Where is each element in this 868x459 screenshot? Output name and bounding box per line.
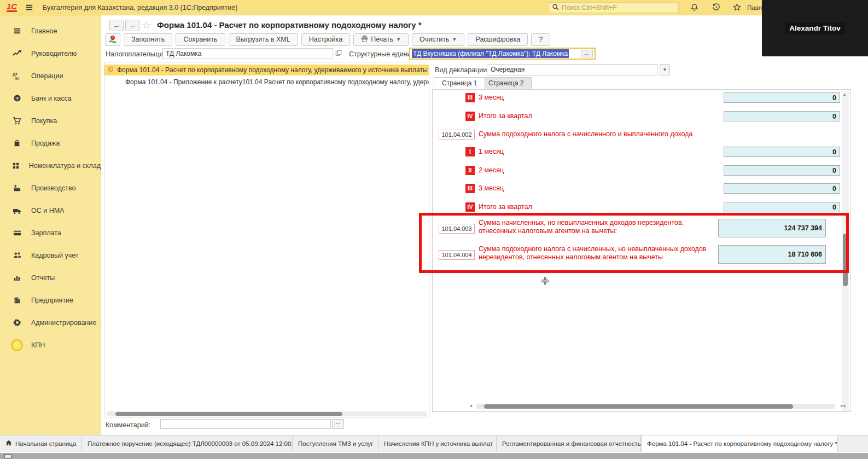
taskbar-tab-label: Начисления КПН у источника выплат <box>384 440 493 447</box>
amount-field[interactable]: 0 <box>724 92 840 103</box>
toolbar-button-label: Настройка <box>309 36 343 43</box>
comment-more-button[interactable]: ... <box>332 419 344 429</box>
taskbar-tab-3[interactable]: Начисления КПН у источника выплат× <box>378 435 497 452</box>
amount-field[interactable]: 0 <box>724 111 840 121</box>
tree-row-0[interactable]: Форма 101.04 - Расчет по корпоративному … <box>104 65 429 75</box>
sidebar-item-label: Администрирование <box>31 319 96 327</box>
toolbar-button-label: ? <box>539 36 543 43</box>
scroll-down-icon[interactable]: ▾ <box>843 404 846 409</box>
amount-field[interactable]: 0 <box>724 147 840 157</box>
menu-icon <box>11 27 23 35</box>
declaration-dropdown-icon[interactable]: ▼ <box>660 64 670 75</box>
sidebar-item-label: Продажа <box>31 140 60 147</box>
amount-field[interactable]: 0 <box>724 165 840 176</box>
sidebar-item-label: Отчеты <box>31 274 55 282</box>
taskbar-tab-label: Форма 101.04 - Расчет по корпоративному … <box>647 440 837 447</box>
nav-forward-button[interactable]: → <box>125 20 139 31</box>
toolbar-button-0[interactable]: Заполнить <box>124 33 172 46</box>
line-code-box: 101.04.002 <box>439 130 475 140</box>
taskbar-tab-label: Платежное поручение (исходящее) ТДЛ00000… <box>88 440 293 447</box>
sidebar-item-label: ОС и НМА <box>31 207 64 214</box>
toolbar-button-2[interactable]: Выгрузить в XML <box>229 33 298 46</box>
sidebar-item-10[interactable]: Кадровый учет <box>0 244 101 266</box>
comment-input[interactable] <box>160 419 331 429</box>
sidebar-item-5[interactable]: Продажа <box>0 132 101 154</box>
favorite-star-icon[interactable]: ☆ <box>142 20 150 31</box>
sidebar-item-11[interactable]: Отчеты <box>0 266 101 289</box>
sidebar-item-0[interactable]: Главное <box>0 20 101 42</box>
scroll-up-icon[interactable]: ▴ <box>843 92 846 97</box>
tree-row-1[interactable]: Форма 101.04 - Приложение к расчету101.0… <box>104 77 429 88</box>
move-cursor-icon <box>540 276 550 287</box>
monitor-icon <box>4 454 11 458</box>
sidebar-item-8[interactable]: ОС и НМА <box>0 199 101 222</box>
sidebar-item-3[interactable]: Банк и касса <box>0 87 101 109</box>
toolbar-button-6[interactable]: Расшифровка <box>468 33 528 46</box>
taskbar-tab-0[interactable]: Начальная страница <box>0 435 82 452</box>
sidebar-item-14[interactable]: КПН <box>0 334 101 356</box>
page-tab-1[interactable]: Страница 1 <box>434 77 485 89</box>
scroll-left-icon[interactable]: ◂ <box>470 403 472 408</box>
structural-units-value: ТД Вкусняшка (филиал "ТД Лакомка"); ТД Л… <box>412 49 569 58</box>
tree-node-icon <box>108 66 114 74</box>
open-list-icon[interactable] <box>335 50 342 58</box>
global-search-input[interactable]: Поиск Ctrl+Shift+F <box>549 2 679 13</box>
1c-logo: 1С <box>7 2 17 12</box>
main-menu-icon[interactable] <box>25 3 33 13</box>
history-icon[interactable] <box>712 3 720 13</box>
declaration-type-select[interactable]: Очередная <box>487 64 657 75</box>
toolbar-button-1[interactable]: Сохранить <box>176 33 225 46</box>
pane-scroll-thumb[interactable] <box>484 404 793 409</box>
pane-horizontal-scrollbar[interactable]: ◂ ▸ <box>476 404 835 409</box>
toolbar-button-7[interactable]: ? <box>531 33 550 46</box>
favorites-icon[interactable] <box>733 3 741 13</box>
taskbar-tab-2[interactable]: Поступления ТМЗ и услуг× <box>293 435 378 452</box>
roman-badge: IV <box>465 202 475 212</box>
sidebar-item-label: Номенклатура и склад <box>29 162 101 170</box>
fill-report-button[interactable] <box>105 33 120 46</box>
notifications-icon[interactable] <box>690 3 698 13</box>
taskbar-tab-4[interactable]: Регламентированная и финансовая отчетнос… <box>497 435 641 452</box>
sidebar-item-2[interactable]: ДтКтОперации <box>0 65 101 87</box>
tree-scroll-thumb[interactable] <box>115 412 342 416</box>
taskbar-tab-label: Начальная страница <box>15 440 76 447</box>
row-label: Итого за квартал <box>479 203 532 211</box>
sidebar-item-1[interactable]: Руководителю <box>0 42 101 65</box>
structural-units-input[interactable]: ТД Вкусняшка (филиал "ТД Лакомка"); ТД Л… <box>409 48 596 60</box>
sidebar-item-label: Предприятие <box>31 297 73 304</box>
annotation-highlight-rectangle <box>419 213 849 273</box>
building-icon <box>11 297 23 304</box>
toolbar-button-4[interactable]: Печать▼ <box>353 33 409 46</box>
roman-badge: II <box>465 166 475 175</box>
amount-field[interactable]: 0 <box>724 202 840 212</box>
tree-row-label: Форма 101.04 - Приложение к расчету101.0… <box>125 78 429 86</box>
form-row-0: III3 месяц0 <box>433 92 841 103</box>
section-sidebar: ГлавноеРуководителюДтКтОперацииБанк и ка… <box>0 15 101 435</box>
taskbar-tab-5[interactable]: Форма 101.04 - Расчет по корпоративному … <box>641 435 838 452</box>
cart-icon <box>11 117 23 125</box>
section-label: Сумма подоходного налога с начисленного … <box>479 130 693 138</box>
bag-icon <box>11 140 23 147</box>
home-icon <box>5 440 12 448</box>
taxpayer-input[interactable]: ТД Лакомка <box>162 48 333 59</box>
sidebar-item-9[interactable]: Зарплата <box>0 222 101 244</box>
roman-badge: IV <box>465 112 475 121</box>
taskbar-tab-1[interactable]: Платежное поручение (исходящее) ТДЛ00000… <box>82 435 293 452</box>
sidebar-item-7[interactable]: Производство <box>0 177 101 199</box>
toolbar-button-5[interactable]: Очистить▼ <box>412 33 464 46</box>
units-more-button[interactable]: ... <box>581 50 593 57</box>
sidebar-item-12[interactable]: Предприятие <box>0 289 101 311</box>
nav-back-button[interactable]: ← <box>109 20 124 31</box>
gear-icon <box>11 318 23 327</box>
toolbar-button-3[interactable]: Настройка <box>301 33 351 46</box>
form-row-1: IVИтого за квартал0 <box>433 111 841 122</box>
sidebar-item-13[interactable]: Администрирование <box>0 311 101 334</box>
page-tab-2[interactable]: Страница 2 <box>480 77 532 89</box>
scroll-right-icon[interactable]: ▸ <box>841 403 843 408</box>
toolbar-button-label: Очистить <box>420 36 449 43</box>
tree-horizontal-scrollbar[interactable]: ◂ ▸ <box>107 411 427 416</box>
sidebar-item-6[interactable]: Номенклатура и склад <box>0 154 101 177</box>
sidebar-item-label: КПН <box>31 341 45 349</box>
sidebar-item-4[interactable]: Покупка <box>0 109 101 132</box>
amount-field[interactable]: 0 <box>724 183 840 194</box>
